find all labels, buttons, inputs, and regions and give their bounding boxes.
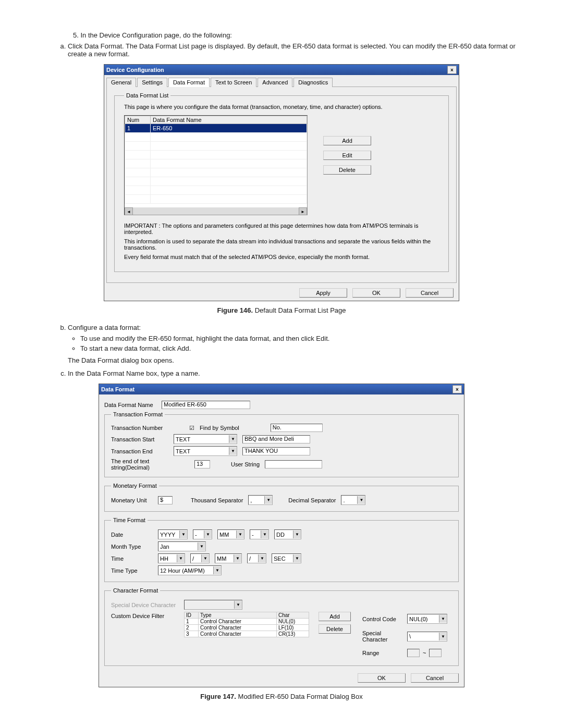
table-row[interactable]: 1Control CharacterNUL(0) [185, 619, 309, 625]
decimal-sep-label: Decimal Separator [288, 497, 336, 503]
edit-button[interactable]: Edit [323, 151, 371, 160]
step-5: 5. In the Device Configuration page, do … [73, 31, 516, 39]
symbol-input[interactable]: No. [271, 424, 323, 432]
time-sec-select[interactable]: SEC▼ [272, 553, 301, 563]
time-sep2-select[interactable]: /▼ [247, 553, 266, 563]
monetary-unit-input[interactable]: $ [158, 496, 173, 504]
titlebar: Data Format × [99, 384, 464, 394]
tx-start-select[interactable]: TEXT▼ [174, 434, 237, 444]
explain-text: This page is where you configure the dat… [124, 104, 439, 110]
data-format-list-group: Data Format List This page is where you … [114, 92, 449, 272]
horizontal-scrollbar[interactable]: ◄ ► [125, 207, 307, 215]
cancel-button[interactable]: Cancel [406, 288, 454, 298]
step-5b: Configure a data format: To use and modi… [68, 324, 516, 364]
table-row[interactable]: 3Control CharacterCR(13) [185, 631, 309, 637]
table-row[interactable]: 1 ER-650 [125, 124, 307, 133]
user-string-input[interactable] [265, 460, 322, 468]
date-sep1-select[interactable]: -▼ [193, 529, 212, 539]
time-hour-select[interactable]: HH▼ [158, 553, 185, 563]
monetary-unit-label: Monetary Unit [111, 497, 153, 503]
table-row[interactable] [125, 142, 307, 151]
step-5a: Click Data Format. The Data Format List … [68, 42, 516, 58]
month-type-select[interactable]: Jan▼ [158, 541, 206, 551]
ok-button[interactable]: OK [352, 288, 400, 298]
chevron-down-icon: ▼ [264, 496, 272, 504]
time-sep1-select[interactable]: /▼ [190, 553, 210, 563]
time-format-group: Time Format Date YYYY▼ -▼ MM▼ -▼ DD▼ Mon… [104, 517, 459, 582]
chevron-down-icon: ▼ [234, 601, 242, 609]
thousand-sep-select[interactable]: ,▼ [248, 495, 273, 505]
tab-advanced[interactable]: Advanced [258, 78, 292, 87]
date-day-select[interactable]: DD▼ [274, 529, 301, 539]
data-format-table[interactable]: Num Data Format Name 1 ER-650 [124, 115, 308, 215]
tab-text-to-screen[interactable]: Text to Screen [211, 78, 256, 87]
table-row[interactable] [125, 177, 307, 186]
chevron-down-icon: ▼ [261, 530, 268, 538]
decimal-sep-select[interactable]: .▼ [341, 495, 365, 505]
name-label: Data Format Name [104, 402, 156, 408]
date-year-select[interactable]: YYYY▼ [158, 529, 188, 539]
chevron-down-icon: ▼ [439, 615, 447, 623]
tx-start-value[interactable]: BBQ and More Deli [242, 435, 310, 443]
tab-general[interactable]: General [106, 78, 136, 87]
tab-settings[interactable]: Settings [137, 78, 167, 87]
table-row[interactable] [125, 151, 307, 159]
chevron-down-icon: ▼ [293, 554, 301, 562]
tab-data-format[interactable]: Data Format [168, 78, 210, 87]
control-code-select[interactable]: NUL(0)▼ [407, 614, 447, 624]
table-row[interactable] [125, 133, 307, 142]
cancel-button[interactable]: Cancel [411, 673, 459, 683]
tab-strip: General Settings Data Format Text to Scr… [104, 75, 459, 87]
range-label: Range [362, 650, 404, 656]
step-5a-text: Click Data Format. The Data Format List … [68, 42, 516, 58]
special-char-select[interactable]: \▼ [407, 632, 447, 641]
apply-button[interactable]: Apply [299, 288, 347, 298]
close-icon[interactable]: × [447, 66, 457, 74]
range-from [407, 649, 420, 657]
note-field-format: Every field format must match that of th… [124, 254, 439, 260]
tab-diagnostics[interactable]: Diagnostics [293, 78, 333, 87]
range-to [429, 649, 442, 657]
control-code-label: Control Code [362, 616, 404, 622]
chevron-down-icon: ▼ [293, 530, 301, 538]
table-row[interactable] [125, 168, 307, 177]
close-icon[interactable]: × [452, 385, 462, 393]
eot-input[interactable]: 13 [194, 460, 210, 468]
time-type-select[interactable]: 12 Hour (AM/PM)▼ [158, 565, 222, 575]
col-name: Data Format Name [151, 116, 307, 124]
dialog-title: Device Configuration [106, 67, 164, 73]
special-char-label: Special Character [362, 630, 404, 643]
name-input[interactable]: Modified ER-650 [162, 401, 250, 409]
tx-end-value[interactable]: THANK YOU [242, 447, 310, 455]
custom-filter-table[interactable]: ID Type Char 1Control CharacterNUL(0) 2C… [184, 612, 309, 637]
add-button[interactable]: Add [323, 136, 371, 145]
cf-delete-button[interactable]: Delete [319, 624, 351, 634]
time-min-select[interactable]: MM▼ [215, 553, 242, 563]
chevron-down-icon: ▼ [229, 447, 237, 455]
date-month-select[interactable]: MM▼ [217, 529, 244, 539]
find-by-symbol-label: Find by Symbol [200, 425, 239, 431]
find-by-symbol-checkbox[interactable]: ☑ [189, 425, 194, 431]
chevron-down-icon: ▼ [198, 542, 205, 550]
scroll-left-icon[interactable]: ◄ [125, 207, 133, 215]
chevron-down-icon: ▼ [204, 530, 212, 538]
transaction-format-group: Transaction Format Transaction Number ☑ … [104, 411, 459, 477]
table-row[interactable] [125, 186, 307, 195]
time-type-label: Time Type [111, 567, 153, 574]
scroll-right-icon[interactable]: ► [299, 207, 307, 215]
delete-button[interactable]: Delete [323, 165, 371, 175]
table-row[interactable] [125, 159, 307, 168]
table-row[interactable] [125, 195, 307, 204]
tx-start-label: Transaction Start [111, 436, 168, 442]
titlebar: Device Configuration × [104, 65, 459, 75]
date-sep2-select[interactable]: -▼ [250, 529, 269, 539]
table-row[interactable]: 2Control CharacterLF(10) [185, 625, 309, 631]
ok-button[interactable]: OK [358, 673, 406, 683]
data-format-dialog: Data Format × Data Format Name Modified … [99, 384, 464, 687]
tx-number-label: Transaction Number [111, 425, 168, 431]
note-info: This information is used to separate the… [124, 238, 439, 251]
cf-add-button[interactable]: Add [319, 612, 351, 621]
tx-end-select[interactable]: TEXT▼ [174, 446, 237, 456]
notes: IMPORTANT : The options and parameters c… [124, 223, 439, 260]
step-5b-bullet1: To use and modify the ER-650 format, hig… [80, 335, 516, 342]
